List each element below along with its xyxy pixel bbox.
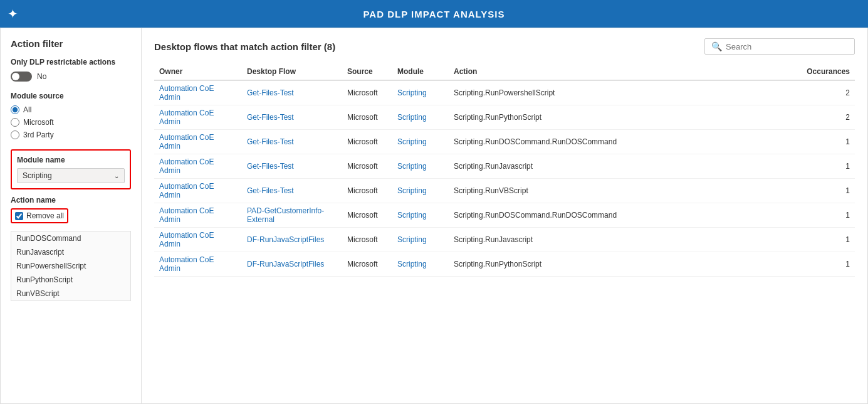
search-box[interactable]: 🔍 bbox=[704, 38, 855, 55]
cell-module: Scripting bbox=[392, 130, 449, 154]
cell-action: Scripting.RunPythonScript bbox=[449, 252, 798, 277]
app-title: PAD DLP IMPACT ANALYSIS bbox=[363, 9, 505, 19]
table-row: Automation CoE AdminGet-Files-TestMicros… bbox=[154, 179, 855, 203]
flow-link[interactable]: DF-RunJavaScriptFiles bbox=[247, 260, 324, 268]
owner-link[interactable]: Automation CoE Admin bbox=[159, 231, 214, 248]
module-name-dropdown[interactable]: Scripting ⌄ bbox=[17, 168, 125, 183]
cell-owner[interactable]: Automation CoE Admin bbox=[154, 154, 242, 179]
cell-action: Scripting.RunVBScript bbox=[449, 179, 798, 203]
cell-desktop-flow[interactable]: PAD-GetCustomerInfo-External bbox=[242, 203, 342, 228]
flow-link[interactable]: Get-Files-Test bbox=[247, 137, 294, 146]
owner-link[interactable]: Automation CoE Admin bbox=[159, 133, 214, 151]
flow-link[interactable]: PAD-GetCustomerInfo-External bbox=[247, 206, 324, 224]
module-source-section: Module source All Microsoft 3rd Party bbox=[11, 92, 131, 139]
search-icon: 🔍 bbox=[711, 41, 722, 51]
cell-desktop-flow[interactable]: DF-RunJavaScriptFiles bbox=[242, 228, 342, 252]
radio-3rdparty[interactable]: 3rd Party bbox=[11, 130, 131, 139]
owner-link[interactable]: Automation CoE Admin bbox=[159, 109, 214, 126]
flow-link[interactable]: Get-Files-Test bbox=[247, 186, 294, 195]
cell-module: Scripting bbox=[392, 154, 449, 179]
cell-source: Microsoft bbox=[342, 154, 392, 179]
action-list-item[interactable]: RunPowershellScript bbox=[11, 259, 130, 273]
cell-occurrences: 1 bbox=[798, 252, 855, 277]
table-row: Automation CoE AdminDF-RunJavaScriptFile… bbox=[154, 228, 855, 252]
cell-desktop-flow[interactable]: Get-Files-Test bbox=[242, 154, 342, 179]
action-name-section: Action name Remove all RunDOSCommand Run… bbox=[11, 196, 131, 301]
cell-desktop-flow[interactable]: Get-Files-Test bbox=[242, 179, 342, 203]
module-link[interactable]: Scripting bbox=[397, 162, 427, 171]
sidebar-title: Action filter bbox=[11, 38, 131, 49]
cell-owner[interactable]: Automation CoE Admin bbox=[154, 252, 242, 277]
module-link[interactable]: Scripting bbox=[397, 211, 427, 220]
cell-desktop-flow[interactable]: Get-Files-Test bbox=[242, 105, 342, 130]
cell-source: Microsoft bbox=[342, 179, 392, 203]
cell-desktop-flow[interactable]: DF-RunJavaScriptFiles bbox=[242, 252, 342, 277]
table-row: Automation CoE AdminGet-Files-TestMicros… bbox=[154, 154, 855, 179]
content-title: Desktop flows that match action filter (… bbox=[154, 41, 335, 52]
search-input[interactable] bbox=[726, 42, 848, 51]
cell-source: Microsoft bbox=[342, 105, 392, 130]
cell-action: Scripting.RunJavascript bbox=[449, 154, 798, 179]
action-list-item[interactable]: RunDOSCommand bbox=[11, 231, 130, 245]
module-link[interactable]: Scripting bbox=[397, 186, 427, 195]
radio-all[interactable]: All bbox=[11, 105, 131, 114]
owner-link[interactable]: Automation CoE Admin bbox=[159, 206, 214, 224]
cell-owner[interactable]: Automation CoE Admin bbox=[154, 105, 242, 130]
cell-module: Scripting bbox=[392, 228, 449, 252]
cell-owner[interactable]: Automation CoE Admin bbox=[154, 179, 242, 203]
cell-module: Scripting bbox=[392, 179, 449, 203]
content-area: Desktop flows that match action filter (… bbox=[142, 28, 867, 403]
owner-link[interactable]: Automation CoE Admin bbox=[159, 255, 214, 273]
radio-all-label: All bbox=[23, 105, 31, 114]
owner-link[interactable]: Automation CoE Admin bbox=[159, 157, 214, 175]
cell-occurrences: 2 bbox=[798, 80, 855, 105]
action-list: RunDOSCommand RunJavascript RunPowershel… bbox=[11, 231, 131, 301]
cell-action: Scripting.RunDOSCommand.RunDOSCommand bbox=[449, 203, 798, 228]
flow-link[interactable]: Get-Files-Test bbox=[247, 162, 294, 171]
cell-occurrences: 1 bbox=[798, 228, 855, 252]
cell-action: Scripting.RunPythonScript bbox=[449, 105, 798, 130]
cell-owner[interactable]: Automation CoE Admin bbox=[154, 80, 242, 105]
cell-source: Microsoft bbox=[342, 252, 392, 277]
col-header-desktop-flow: Desktop Flow bbox=[242, 63, 342, 80]
module-link[interactable]: Scripting bbox=[397, 88, 427, 97]
cell-occurrences: 1 bbox=[798, 154, 855, 179]
flow-link[interactable]: Get-Files-Test bbox=[247, 113, 294, 122]
cell-desktop-flow[interactable]: Get-Files-Test bbox=[242, 130, 342, 154]
module-link[interactable]: Scripting bbox=[397, 235, 427, 244]
module-name-section: Module name Scripting ⌄ bbox=[11, 149, 131, 189]
cell-owner[interactable]: Automation CoE Admin bbox=[154, 130, 242, 154]
cell-module: Scripting bbox=[392, 252, 449, 277]
owner-link[interactable]: Automation CoE Admin bbox=[159, 182, 214, 199]
action-list-item[interactable]: RunVBScript bbox=[11, 287, 130, 300]
table-row: Automation CoE AdminPAD-GetCustomerInfo-… bbox=[154, 203, 855, 228]
radio-microsoft-label: Microsoft bbox=[23, 118, 54, 127]
module-link[interactable]: Scripting bbox=[397, 137, 427, 146]
radio-microsoft[interactable]: Microsoft bbox=[11, 118, 131, 127]
remove-all-row[interactable]: Remove all bbox=[11, 208, 68, 223]
flow-link[interactable]: Get-Files-Test bbox=[247, 88, 294, 97]
app-logo-icon: ✦ bbox=[8, 6, 18, 21]
table-header-row: Owner Desktop Flow Source Module Action … bbox=[154, 63, 855, 80]
data-table: Owner Desktop Flow Source Module Action … bbox=[154, 63, 855, 277]
flow-link[interactable]: DF-RunJavaScriptFiles bbox=[247, 235, 324, 244]
cell-occurrences: 2 bbox=[798, 105, 855, 130]
cell-owner[interactable]: Automation CoE Admin bbox=[154, 203, 242, 228]
action-list-item[interactable]: RunPythonScript bbox=[11, 273, 130, 287]
cell-desktop-flow[interactable]: Get-Files-Test bbox=[242, 80, 342, 105]
cell-action: Scripting.RunPowershellScript bbox=[449, 80, 798, 105]
toggle-value-label: No bbox=[37, 72, 46, 81]
module-source-label: Module source bbox=[11, 92, 131, 100]
owner-link[interactable]: Automation CoE Admin bbox=[159, 84, 214, 102]
action-list-item[interactable]: RunJavascript bbox=[11, 245, 130, 259]
cell-owner[interactable]: Automation CoE Admin bbox=[154, 228, 242, 252]
only-dlp-toggle[interactable] bbox=[11, 72, 32, 82]
module-link[interactable]: Scripting bbox=[397, 113, 427, 122]
sidebar: Action filter Only DLP restrictable acti… bbox=[1, 28, 142, 403]
module-link[interactable]: Scripting bbox=[397, 260, 427, 268]
cell-source: Microsoft bbox=[342, 228, 392, 252]
remove-all-checkbox[interactable] bbox=[15, 212, 23, 220]
cell-action: Scripting.RunDOSCommand.RunDOSCommand bbox=[449, 130, 798, 154]
remove-all-label: Remove all bbox=[26, 211, 64, 220]
toggle-row: No bbox=[11, 72, 131, 82]
